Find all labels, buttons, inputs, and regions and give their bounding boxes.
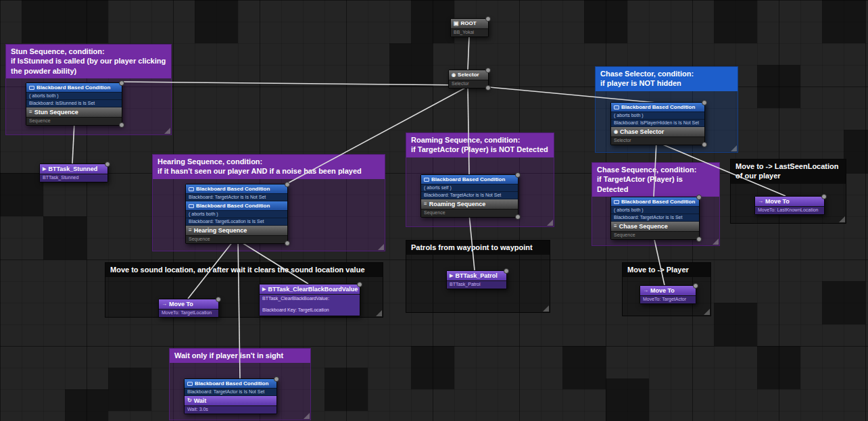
node-bttask-stunned[interactable]: BTTask_Stunned BTTask_Stunned: [39, 164, 108, 182]
node-moveto-targetlocation[interactable]: Move To MoveTo: TargetLocation: [158, 299, 219, 318]
decorator-detail: ( aborts both ): [26, 93, 122, 100]
output-pin[interactable]: [119, 122, 124, 128]
node-hearing-sequence[interactable]: Blackboard Based Condition Blackboard: T…: [185, 184, 288, 244]
input-pin[interactable]: [216, 297, 221, 302]
node-root[interactable]: ROOT BB_Yokai: [450, 18, 489, 37]
decorator-title: Blackboard Based Condition: [37, 84, 110, 91]
decorator-header: Blackboard Based Condition: [421, 175, 518, 184]
node-subtitle: BTTask_Patrol: [447, 281, 506, 289]
node-subtitle: Sequence: [186, 236, 287, 243]
input-pin[interactable]: [515, 172, 521, 178]
sequence-icon: [424, 201, 427, 207]
node-chase-sequence[interactable]: Blackboard Based Condition ( aborts both…: [610, 197, 700, 240]
blackboard-icon: [424, 178, 429, 182]
output-pin[interactable]: [485, 16, 491, 22]
move-icon: [162, 301, 167, 307]
node-bttask-clearblackboardvalue[interactable]: BTTask_ClearBlackBoardValue BTTask_Clear…: [259, 284, 360, 316]
output-pin[interactable]: [285, 241, 290, 246]
edge-selector-hearing: [287, 86, 468, 184]
node-title: Hearing Sequence: [194, 227, 247, 234]
node-title-bar: BTTask_Stunned: [40, 164, 107, 174]
graph-canvas[interactable]: Stun Sequence, condition: if IsStunned i…: [0, 0, 868, 421]
task-icon: [43, 166, 46, 172]
decorator-title: Blackboard Based Condition: [195, 380, 268, 387]
decorator-detail: Blackboard: TargetActor is Is Not Set: [185, 389, 276, 396]
node-title-bar: Stun Sequence: [26, 107, 122, 118]
input-pin[interactable]: [821, 194, 827, 199]
decorator-detail: Blackboard: TargetActor is Is Not Set: [421, 192, 518, 199]
edge-root-selector: [468, 36, 469, 70]
node-title: BTTask_Patrol: [455, 272, 497, 279]
node-subtitle: MoveTo: TargetLocation: [159, 309, 218, 317]
node-body: BTTask_ClearBlackBoardValue: Blackboard …: [260, 295, 360, 316]
node-subtitle: Sequence: [421, 209, 518, 217]
input-pin[interactable]: [274, 376, 279, 382]
node-moveto-lastknownlocation[interactable]: Move To MoveTo: LastKnownLocation: [754, 196, 825, 215]
input-pin[interactable]: [357, 282, 362, 287]
output-pin[interactable]: [485, 85, 491, 91]
decorator-header: Blackboard Based Condition: [185, 379, 276, 389]
node-title-bar: Move To: [159, 299, 218, 309]
node-subtitle: Selector: [611, 137, 704, 145]
node-subtitle: MoveTo: LastKnownLocation: [755, 207, 824, 214]
input-pin[interactable]: [696, 195, 702, 200]
node-wait[interactable]: Blackboard Based Condition Blackboard: T…: [184, 378, 277, 414]
node-title: Stun Sequence: [34, 109, 78, 116]
input-pin[interactable]: [485, 68, 491, 73]
node-selector[interactable]: Selector Selector: [448, 70, 489, 89]
input-pin[interactable]: [693, 283, 698, 289]
edge-roaming-patrol: [469, 214, 475, 270]
input-pin[interactable]: [285, 182, 290, 187]
blackboard-icon: [614, 200, 619, 204]
task-icon: [450, 273, 453, 278]
task-icon: [262, 287, 266, 292]
node-subtitle: Wait: 3.0s: [185, 406, 276, 414]
node-subtitle: MoveTo: TargetActor: [640, 296, 696, 303]
edge-chasesel-movelastseen: [656, 142, 786, 196]
node-subtitle: Selector: [449, 80, 488, 88]
node-stun-sequence[interactable]: Blackboard Based Condition ( aborts both…: [26, 82, 122, 126]
decorator-detail: ( aborts both ): [611, 207, 699, 214]
node-chase-selector[interactable]: Blackboard Based Condition ( aborts both…: [610, 102, 705, 145]
node-title-bar: ROOT: [451, 19, 488, 29]
node-title: Chase Sequence: [619, 223, 668, 230]
node-title-bar: Chase Sequence: [611, 222, 699, 232]
decorator-header: Blackboard Based Condition: [26, 83, 122, 93]
decorator-detail: Blackboard: TargetLocation is Is Set: [186, 218, 287, 226]
node-bttask-patrol[interactable]: BTTask_Patrol BTTask_Patrol: [446, 270, 507, 289]
output-pin[interactable]: [515, 214, 521, 220]
node-roaming-sequence[interactable]: Blackboard Based Condition ( aborts self…: [420, 174, 519, 218]
node-detail: Blackboard Key: TargetLocation: [262, 307, 357, 313]
output-pin[interactable]: [702, 142, 707, 147]
sequence-icon: [29, 109, 32, 115]
decorator-header: Blackboard Based Condition: [186, 184, 287, 194]
blackboard-icon: [614, 105, 619, 109]
move-icon: [643, 288, 648, 293]
node-subtitle: Sequence: [611, 232, 699, 239]
input-pin[interactable]: [702, 100, 707, 105]
edge-selector-stun: [122, 82, 468, 85]
output-pin[interactable]: [696, 237, 702, 242]
node-title-bar: BTTask_ClearBlackBoardValue: [260, 284, 360, 295]
node-title: BTTask_ClearBlackBoardValue: [268, 286, 358, 293]
node-title-bar: Move To: [755, 197, 824, 207]
input-pin[interactable]: [504, 268, 509, 274]
node-title-bar: Wait: [185, 396, 276, 406]
decorator-title: Blackboard Based Condition: [621, 199, 695, 205]
input-pin[interactable]: [119, 80, 124, 86]
node-title: Move To: [650, 287, 675, 294]
decorator-detail: Blackboard: IsStunned is Is Set: [26, 100, 122, 107]
node-title-bar: Selector: [449, 70, 488, 80]
node-title: Move To: [169, 301, 193, 307]
edge-hearing-clearbb: [235, 239, 308, 284]
decorator-detail: Blackboard: TargetActor is Is Not Set: [186, 194, 287, 201]
node-title-bar: Move To: [640, 286, 696, 296]
input-pin[interactable]: [105, 162, 110, 167]
node-title: Wait: [194, 397, 207, 404]
node-title: Roaming Sequence: [429, 201, 486, 207]
decorator-detail: ( aborts self ): [421, 184, 518, 192]
root-icon: [454, 21, 459, 26]
node-title: Move To: [765, 198, 790, 205]
edge-chasesel-chaseseq: [654, 142, 656, 197]
node-moveto-targetactor[interactable]: Move To MoveTo: TargetActor: [640, 285, 696, 304]
